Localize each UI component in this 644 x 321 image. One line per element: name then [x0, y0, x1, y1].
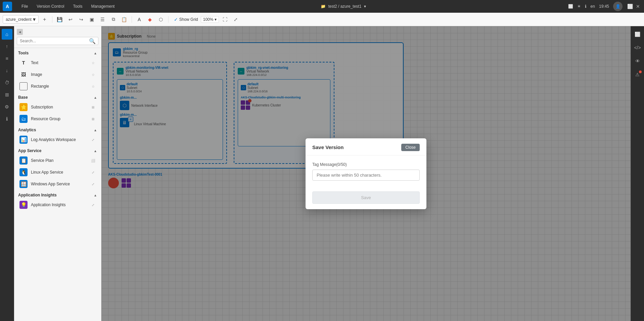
app-insights-section-header[interactable]: Application Insights ▲	[14, 190, 101, 199]
sidebar-item-subscription[interactable]: ⭐ Subscription ⊞	[15, 101, 100, 113]
copy-button[interactable]: ⧉	[109, 15, 118, 24]
toolbar-separator-2	[132, 16, 132, 23]
canvas[interactable]: ⭐ Subscription None 🗂 gbkim_rg Resource …	[101, 26, 631, 321]
toolbar-separator-1	[52, 16, 52, 23]
export-button[interactable]: ⤢	[231, 15, 240, 24]
right-panel-expand[interactable]: ⬜	[632, 29, 643, 40]
left-panel-layers[interactable]: ≡	[2, 53, 12, 64]
rg-action[interactable]: ⊞	[90, 116, 96, 122]
log-analytics-icon: 📊	[19, 136, 28, 144]
right-panel-view[interactable]: 👁	[632, 56, 643, 66]
subscription-action[interactable]: ⊞	[90, 104, 96, 110]
analytics-section-header[interactable]: Analytics ▲	[14, 125, 101, 134]
tag-message-input[interactable]	[312, 170, 420, 181]
user-avatar[interactable]: 👤	[613, 2, 623, 11]
left-panel-upload[interactable]: ↑	[2, 41, 12, 52]
save-button[interactable]: 💾	[55, 15, 64, 24]
left-sidebar: ◀ 🔍 Tools ▲ T Text ☆ 🖼 Image ☆	[14, 26, 101, 321]
tab-bar: File Version Control Tools Management	[17, 3, 119, 10]
left-icon-panel: ⌂ ↑ ≡ ↓ ⏱ ⊞ ⚙ ℹ	[0, 26, 14, 321]
title-folder-icon: 📁	[321, 4, 326, 9]
left-panel-download[interactable]: ↓	[2, 65, 12, 76]
minimize-button[interactable]: ⬜	[627, 3, 633, 10]
fullscreen-button[interactable]: ⛶	[220, 15, 230, 24]
paste-button[interactable]: 📋	[120, 15, 129, 24]
app-insights-icon: 💡	[19, 201, 28, 209]
add-credential-button[interactable]: +	[40, 15, 49, 24]
modal-save-button[interactable]: Save	[312, 191, 420, 204]
zoom-dropdown-icon: ▾	[215, 17, 217, 22]
canvas-area[interactable]: ⭐ Subscription None 🗂 gbkim_rg Resource …	[101, 26, 631, 321]
rectangle-icon	[19, 82, 28, 90]
modal-close-button[interactable]: Close	[401, 144, 420, 151]
sidebar-item-windows-app[interactable]: 🪟 Windows App Service ⤢	[15, 178, 100, 190]
app-insights-action[interactable]: ⤢	[90, 202, 96, 208]
app-insights-section: Application Insights ▲ 💡 Application Ins…	[14, 190, 101, 211]
show-grid-label: Show Grid	[179, 17, 198, 22]
language-label[interactable]: en	[591, 4, 595, 9]
left-panel-settings[interactable]: ⚙	[2, 101, 12, 112]
border-button[interactable]: ⬡	[156, 15, 166, 24]
left-panel-history[interactable]: ⏱	[2, 77, 12, 88]
linux-app-action[interactable]: ⤢	[90, 170, 96, 175]
sidebar-collapse-button[interactable]: ◀	[17, 29, 23, 35]
subscription-icon: ⭐	[19, 103, 28, 111]
tools-section: Tools ▲ T Text ☆ 🖼 Image ☆ Rectangle ☆	[14, 48, 101, 92]
title-dropdown-icon[interactable]: ▾	[364, 4, 366, 9]
base-section-header[interactable]: Base ▲	[14, 92, 101, 101]
sidebar-item-rectangle[interactable]: Rectangle ☆	[15, 81, 100, 92]
sidebar-item-app-insights[interactable]: 💡 Application Insights ⤢	[15, 199, 100, 211]
sidebar-item-log-analytics[interactable]: 📊 Log Analytics Workspace ⤢	[15, 134, 100, 145]
right-panel: ⬜ </> 👁 ⚠	[631, 26, 644, 321]
app-title: test2 / azure_test1	[328, 4, 362, 9]
right-controls: ⬜ ☀ ℹ en 19:45 👤 ⬜ ✕	[568, 2, 641, 11]
left-panel-info[interactable]: ℹ	[2, 113, 12, 124]
tools-section-header[interactable]: Tools ▲	[14, 48, 101, 57]
toolbar: azure_credent ▾ + 💾 ↩ ↪ ▣ ☰ ⧉ 📋 A ◆ ⬡ ✓ …	[0, 13, 644, 26]
image-star[interactable]: ☆	[90, 72, 96, 77]
sidebar-item-linux-app[interactable]: 🐧 Linux App Service ⤢	[15, 167, 100, 178]
sidebar-item-text[interactable]: T Text ☆	[15, 57, 100, 68]
top-bar: A File Version Control Tools Management …	[0, 0, 644, 13]
right-panel-alert[interactable]: ⚠	[632, 69, 643, 80]
text-color-button[interactable]: A	[135, 15, 144, 24]
tab-management[interactable]: Management	[87, 3, 119, 10]
base-chevron: ▲	[94, 96, 97, 99]
panel-button[interactable]: ▣	[87, 15, 97, 24]
list-button[interactable]: ☰	[98, 15, 107, 24]
text-star[interactable]: ☆	[90, 60, 96, 65]
left-panel-home[interactable]: ⌂	[2, 29, 12, 40]
zoom-control[interactable]: 100% ▾	[201, 16, 219, 23]
tab-version-control[interactable]: Version Control	[33, 3, 68, 10]
sidebar-item-resource-group[interactable]: 🗂 Resource Group ⊞	[15, 113, 100, 125]
tab-tools[interactable]: Tools	[69, 3, 86, 10]
save-version-modal: Save Version Close Tag Message(0/50) Sav…	[306, 138, 426, 209]
app-service-section: App Service ▲ 📋 Service Plan ⬜ 🐧 Linux A…	[14, 146, 101, 190]
credential-dropdown[interactable]: azure_credent ▾	[3, 15, 39, 24]
show-grid-control[interactable]: ✓ Show Grid	[174, 17, 198, 22]
close-button[interactable]: ✕	[635, 3, 641, 10]
fill-button[interactable]: ◆	[145, 15, 155, 24]
sidebar-item-image[interactable]: 🖼 Image ☆	[15, 69, 100, 80]
left-panel-grid[interactable]: ⊞	[2, 89, 12, 100]
app-service-section-header[interactable]: App Service ▲	[14, 146, 101, 154]
redo-button[interactable]: ↪	[77, 15, 86, 24]
info-icon[interactable]: ℹ	[585, 4, 587, 9]
tab-file[interactable]: File	[17, 3, 32, 10]
theme-icon[interactable]: ☀	[577, 4, 581, 9]
right-panel-code[interactable]: </>	[632, 42, 643, 53]
sidebar-item-service-plan[interactable]: 📋 Service Plan ⬜	[15, 155, 100, 166]
modal-body: Tag Message(0/50)	[306, 155, 426, 187]
sidebar-search-input[interactable]	[17, 37, 98, 45]
windows-app-action[interactable]: ⤢	[90, 181, 96, 187]
clock: 19:45	[599, 4, 609, 9]
service-plan-action[interactable]: ⬜	[90, 158, 96, 163]
rectangle-star[interactable]: ☆	[90, 84, 96, 89]
title-area: 📁 test2 / azure_test1 ▾	[124, 4, 562, 9]
log-analytics-action[interactable]: ⤢	[90, 137, 96, 142]
window-controls: ⬜ ✕	[627, 3, 641, 10]
layout-icon[interactable]: ⬜	[568, 4, 573, 9]
alert-badge-dot	[639, 71, 642, 73]
undo-button[interactable]: ↩	[66, 15, 75, 24]
analytics-section: Analytics ▲ 📊 Log Analytics Workspace ⤢	[14, 125, 101, 146]
